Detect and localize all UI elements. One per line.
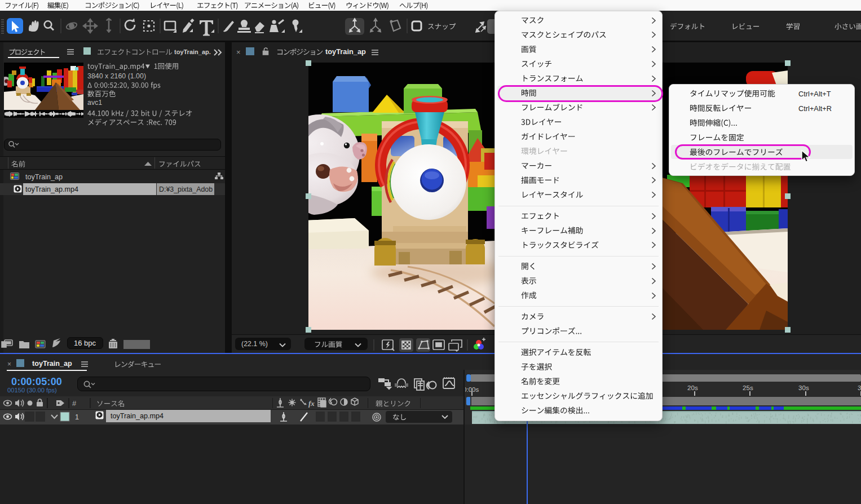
svg-text:fx: fx	[308, 399, 315, 408]
svg-text:#: #	[72, 399, 77, 408]
svg-text:1: 1	[75, 413, 79, 421]
